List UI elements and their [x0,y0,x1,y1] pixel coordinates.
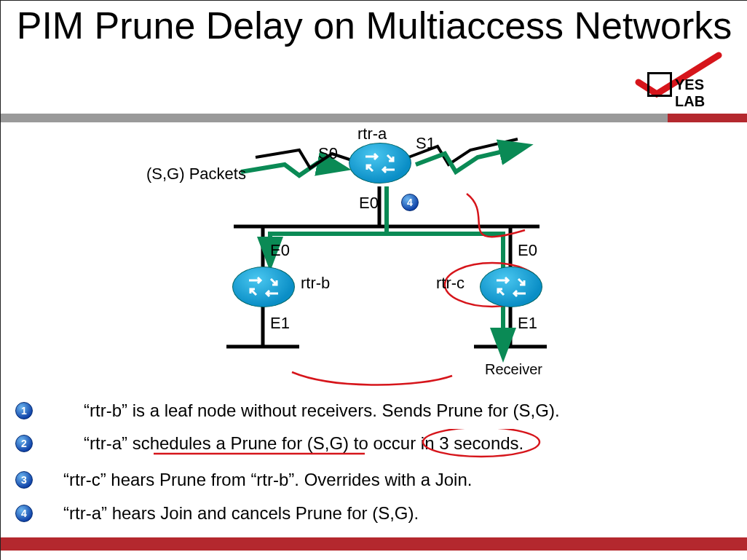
router-icon [360,149,400,177]
receiver-label: Receiver [485,361,542,378]
if-s1: S1 [416,134,435,153]
router-c-label: rtr-c [436,274,465,293]
router-a [349,143,411,184]
if-a-e0: E0 [359,194,379,213]
step-2: 2“rtr-a” schedules a Prune for (S,G) to … [15,432,523,454]
step-badge: 4 [15,505,33,522]
slide-title: PIM Prune Delay on Multiaccess Networks [1,5,747,47]
router-icon [491,273,531,301]
router-a-label: rtr-a [357,125,387,143]
svg-point-10 [423,429,540,457]
divider-gray [1,114,747,122]
if-b-e0: E0 [270,241,290,260]
network-diagram: (S,G) Packets rtr-a S0 S1 E0 E0 E1 rtr-b… [146,128,598,383]
sg-packets-label: (S,G) Packets [146,165,246,184]
step-3: 3“rtr-c” hears Prune from “rtr-b”. Overr… [15,468,472,490]
router-b [232,267,295,307]
step-badge: 1 [15,402,33,419]
if-c-e1: E1 [518,314,537,333]
logo-box [647,72,672,97]
annotation-step2 [95,429,620,461]
step-text: “rtr-a” hears Join and cancels Prune for… [63,503,419,524]
router-icon [243,273,284,301]
slide: PIM Prune Delay on Multiaccess Networks … [0,0,747,560]
diagram-step-badge: 4 [401,194,419,211]
if-s0: S0 [318,144,338,163]
step-badge: 2 [15,435,33,452]
if-b-e1: E1 [270,314,290,333]
router-c [480,267,542,307]
divider-red [668,114,747,122]
footer-bar [1,537,747,551]
router-b-label: rtr-b [301,274,330,293]
step-text: “rtr-c” hears Prune from “rtr-b”. Overri… [63,470,472,490]
step-badge: 3 [15,471,33,489]
logo-text: YES LAB [675,76,733,110]
yeslab-logo: YES LAB [617,52,733,103]
step-1: 1“rtr-b” is a leaf node without receiver… [15,399,560,421]
if-c-e0: E0 [518,241,537,260]
step-4: 4“rtr-a” hears Join and cancels Prune fo… [15,502,419,524]
step-text: “rtr-b” is a leaf node without receivers… [84,401,560,421]
